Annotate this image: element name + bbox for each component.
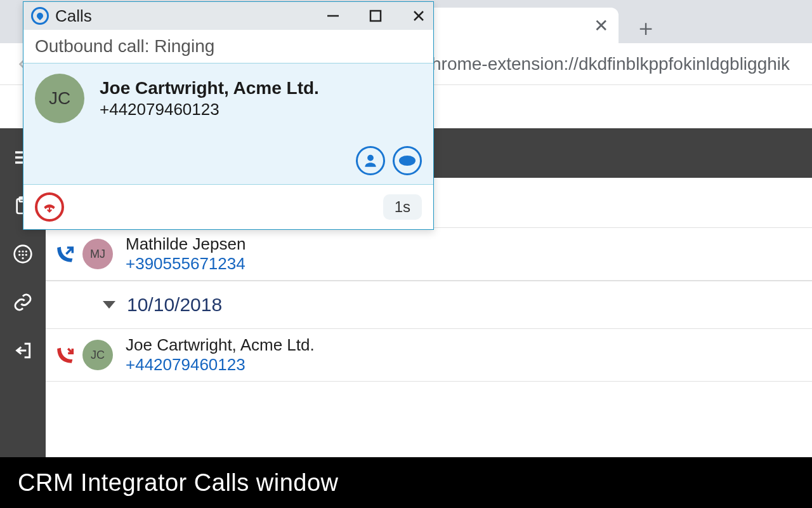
call-history-row[interactable]: JC Joe Cartwright, Acme Ltd. +4420794601… bbox=[46, 329, 812, 382]
call-status: Outbound call: Ringing bbox=[23, 30, 433, 64]
call-number[interactable]: +442079460123 bbox=[126, 355, 315, 375]
avatar: JC bbox=[82, 340, 113, 370]
caret-down-icon bbox=[103, 301, 115, 309]
calls-footer: 1s bbox=[23, 185, 433, 229]
hangup-button[interactable] bbox=[35, 192, 64, 222]
svg-point-7 bbox=[22, 254, 23, 256]
outbound-call-icon bbox=[55, 243, 76, 265]
link-icon[interactable] bbox=[11, 291, 34, 314]
caption-bar: CRM Integrator Calls window bbox=[0, 457, 812, 508]
calls-titlebar[interactable]: Calls bbox=[23, 2, 433, 30]
svg-point-4 bbox=[22, 250, 23, 252]
call-history-row[interactable]: MJ Mathilde Jepsen +390555671234 bbox=[46, 228, 812, 281]
contact-action-icon[interactable] bbox=[356, 146, 385, 175]
caller-name: Joe Cartwright, Acme Ltd. bbox=[100, 78, 319, 98]
calls-window-title: Calls bbox=[55, 6, 92, 26]
svg-point-13 bbox=[399, 156, 416, 166]
svg-point-5 bbox=[25, 250, 27, 252]
svg-point-12 bbox=[367, 155, 374, 161]
missed-call-icon bbox=[55, 344, 76, 366]
svg-rect-11 bbox=[370, 11, 381, 21]
logout-icon[interactable] bbox=[11, 339, 34, 362]
svg-point-8 bbox=[25, 254, 27, 256]
salesforce-icon[interactable] bbox=[393, 146, 422, 175]
call-duration: 1s bbox=[383, 194, 422, 220]
svg-point-9 bbox=[22, 257, 23, 259]
call-number[interactable]: +390555671234 bbox=[126, 254, 246, 274]
dialpad-icon[interactable] bbox=[11, 243, 34, 265]
svg-point-3 bbox=[18, 250, 20, 252]
caller-card: JC Joe Cartwright, Acme Ltd. +4420794601… bbox=[23, 64, 433, 185]
maximize-button[interactable] bbox=[369, 9, 383, 23]
caller-number: +442079460123 bbox=[100, 100, 319, 119]
svg-point-6 bbox=[18, 254, 20, 256]
new-tab-button[interactable]: ＋ bbox=[634, 13, 657, 44]
phone-app-icon bbox=[31, 7, 49, 25]
avatar: MJ bbox=[82, 239, 113, 269]
caption-text: CRM Integrator Calls window bbox=[18, 469, 339, 497]
date-header[interactable]: 10/10/2018 bbox=[46, 281, 812, 329]
minimize-button[interactable] bbox=[325, 9, 339, 23]
call-name: Mathilde Jepsen bbox=[126, 234, 246, 254]
address-bar[interactable]: hrome-extension://dkdfinblkppfokinldgbli… bbox=[431, 54, 797, 74]
calls-window: Calls Outbound call: Ringing JC Joe Cart… bbox=[23, 1, 434, 230]
close-button[interactable] bbox=[412, 9, 426, 23]
date-label: 10/10/2018 bbox=[127, 294, 222, 316]
caller-avatar: JC bbox=[35, 74, 84, 123]
call-name: Joe Cartwright, Acme Ltd. bbox=[126, 335, 315, 355]
tab-close-icon[interactable]: ✕ bbox=[594, 15, 608, 36]
